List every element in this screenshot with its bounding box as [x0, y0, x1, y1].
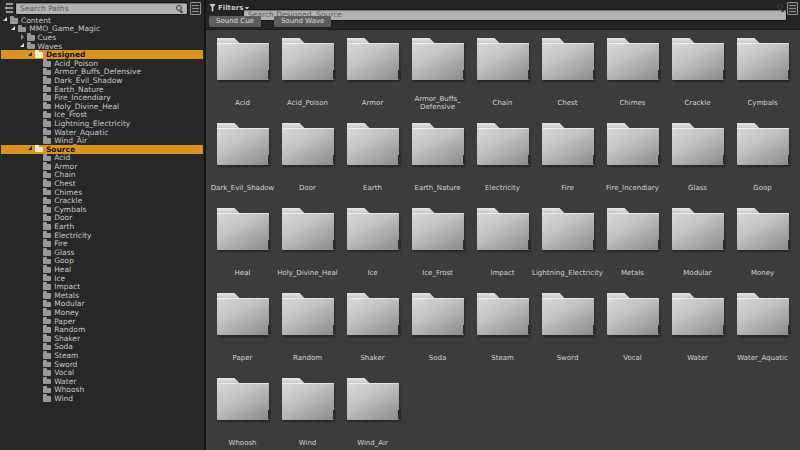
filter-chip-sound-cue[interactable]: Sound Cue	[209, 16, 261, 27]
folder-tile[interactable]: Water_Aquatic	[730, 293, 795, 378]
folder-tile[interactable]: Money	[730, 208, 795, 293]
tree-item[interactable]: Ice	[1, 274, 203, 283]
tree-item[interactable]: Heal	[1, 265, 203, 274]
folder-tile[interactable]: Armor	[340, 38, 405, 123]
folder-tile[interactable]: Wind	[275, 378, 340, 450]
tree-item[interactable]: Money	[1, 308, 203, 317]
folder-tile[interactable]: Water	[665, 293, 730, 378]
folder-tile[interactable]: Metals	[600, 208, 665, 293]
tree-item[interactable]: Acid	[1, 154, 203, 163]
folder-tile[interactable]: Shaker	[340, 293, 405, 378]
folder-tile[interactable]: Heal	[210, 208, 275, 293]
tree-item[interactable]: Whoosh	[1, 386, 203, 395]
tree-item[interactable]: Fire	[1, 239, 203, 248]
folder-icon	[43, 199, 51, 205]
tree-item[interactable]: Content	[1, 16, 203, 25]
filter-chip-sound-wave[interactable]: Sound Wave	[274, 16, 331, 27]
folder-tile[interactable]: Acid_Poison	[275, 38, 340, 123]
folder-tile[interactable]: Chest	[535, 38, 600, 123]
tree-item[interactable]: Chest	[1, 179, 203, 188]
sources-toggle-icon[interactable]	[2, 3, 13, 13]
folder-label: Earth	[363, 178, 382, 198]
tree-item[interactable]: Sword	[1, 360, 203, 369]
expander-expanded-icon[interactable]	[28, 146, 34, 152]
folder-icon	[542, 208, 594, 250]
tree-item[interactable]: Glass	[1, 248, 203, 257]
expander-expanded-icon[interactable]	[3, 17, 9, 23]
tree-item[interactable]: Cues	[1, 33, 203, 42]
tree-item[interactable]: Dark_Evil_Shadow	[1, 76, 203, 85]
tree-item[interactable]: Soda	[1, 343, 203, 352]
tree-item[interactable]: Lightning_Electricity	[1, 119, 203, 128]
tree-item[interactable]: Earth	[1, 222, 203, 231]
tree-item[interactable]: Chain	[1, 171, 203, 180]
folder-tile[interactable]: Earth	[340, 123, 405, 208]
tree-item[interactable]: Door	[1, 214, 203, 223]
tree-item[interactable]: Designed	[1, 50, 203, 59]
expander-collapsed-icon[interactable]	[20, 34, 26, 40]
tree-item[interactable]: Armor_Buffs_Defensive	[1, 68, 203, 77]
folder-icon	[282, 123, 334, 165]
tree-item[interactable]: Source	[1, 145, 203, 154]
folder-tile[interactable]: Steam	[470, 293, 535, 378]
folder-tile[interactable]: Acid	[210, 38, 275, 123]
folder-tile[interactable]: Glass	[665, 123, 730, 208]
tree-item[interactable]: Ice_Frost	[1, 111, 203, 120]
tree-item[interactable]: Chimes	[1, 188, 203, 197]
folder-tile[interactable]: Vocal	[600, 293, 665, 378]
tree-item[interactable]: Water	[1, 377, 203, 386]
tree-item[interactable]: Holy_Divine_Heal	[1, 102, 203, 111]
folder-tile[interactable]: Soda	[405, 293, 470, 378]
list-view-icon[interactable]	[190, 2, 201, 15]
tree-item[interactable]: Steam	[1, 351, 203, 360]
tree-item[interactable]: Crackle	[1, 196, 203, 205]
folder-tile[interactable]: Dark_Evil_Shadow	[210, 123, 275, 208]
tree-item[interactable]: Acid_Poison	[1, 59, 203, 68]
folder-tile[interactable]: Paper	[210, 293, 275, 378]
tree-item[interactable]: Waves	[1, 42, 203, 51]
folder-tile[interactable]: Door	[275, 123, 340, 208]
folder-tile[interactable]: Ice	[340, 208, 405, 293]
folder-tile[interactable]: Cymbals	[730, 38, 795, 123]
folder-tile[interactable]: Goop	[730, 123, 795, 208]
tree-item[interactable]: Wind_Air	[1, 136, 203, 145]
tree-item[interactable]: Wind	[1, 394, 203, 403]
folder-tile[interactable]: Chimes	[600, 38, 665, 123]
folder-tile[interactable]: Whoosh	[210, 378, 275, 450]
tree-item[interactable]: Paper	[1, 317, 203, 326]
tree-item[interactable]: Cymbals	[1, 205, 203, 214]
tree-item[interactable]: Vocal	[1, 368, 203, 377]
expander-expanded-icon[interactable]	[20, 43, 26, 49]
tree-item[interactable]: Random	[1, 325, 203, 334]
folder-tile[interactable]: Fire_Incendiary	[600, 123, 665, 208]
folder-tile[interactable]: Modular	[665, 208, 730, 293]
tree-item[interactable]: Earth_Nature	[1, 85, 203, 94]
tree-item[interactable]: Armor	[1, 162, 203, 171]
folder-tile[interactable]: Lightning_Electricity	[535, 208, 600, 293]
expander-expanded-icon[interactable]	[11, 26, 17, 32]
folder-tile[interactable]: Ice_Frost	[405, 208, 470, 293]
folder-tile[interactable]: Earth_Nature	[405, 123, 470, 208]
folder-tile[interactable]: Electricity	[470, 123, 535, 208]
tree-item[interactable]: Water_Aquatic	[1, 128, 203, 137]
tree-item[interactable]: Electricity	[1, 231, 203, 240]
search-paths-input[interactable]	[15, 2, 188, 15]
folder-tile[interactable]: Sword	[535, 293, 600, 378]
expander-expanded-icon[interactable]	[28, 52, 34, 58]
folder-tile[interactable]: Crackle	[665, 38, 730, 123]
folder-tile[interactable]: Impact	[470, 208, 535, 293]
tree-item[interactable]: MMO_Game_Magic	[1, 25, 203, 34]
tree-item[interactable]: Goop	[1, 257, 203, 266]
folder-tile[interactable]: Armor_Buffs_Defensive	[405, 38, 470, 123]
tree-item[interactable]: Fire_Incendiary	[1, 93, 203, 102]
tree-item[interactable]: Metals	[1, 291, 203, 300]
tree-item[interactable]: Impact	[1, 282, 203, 291]
folder-tile[interactable]: Fire	[535, 123, 600, 208]
search-options-icon[interactable]	[787, 2, 798, 15]
folder-tile[interactable]: Random	[275, 293, 340, 378]
folder-tile[interactable]: Holy_Divine_Heal	[275, 208, 340, 293]
folder-tile[interactable]: Chain	[470, 38, 535, 123]
folder-tile[interactable]: Wind_Air	[340, 378, 405, 450]
tree-item[interactable]: Modular	[1, 300, 203, 309]
tree-item[interactable]: Shaker	[1, 334, 203, 343]
